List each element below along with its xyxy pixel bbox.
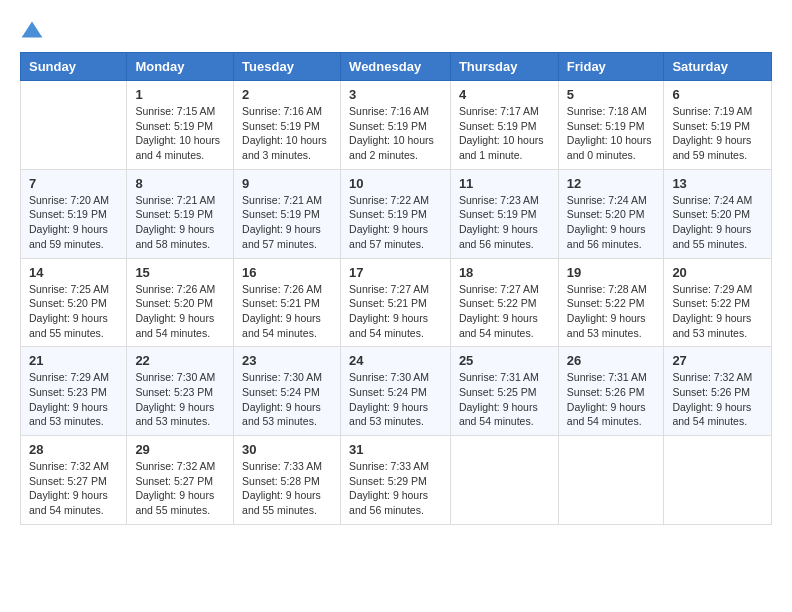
- day-number: 2: [242, 87, 332, 102]
- day-info: Sunrise: 7:26 AMSunset: 5:20 PMDaylight:…: [135, 282, 225, 341]
- day-number: 12: [567, 176, 656, 191]
- day-number: 1: [135, 87, 225, 102]
- day-info: Sunrise: 7:32 AMSunset: 5:26 PMDaylight:…: [672, 370, 763, 429]
- day-info: Sunrise: 7:25 AMSunset: 5:20 PMDaylight:…: [29, 282, 118, 341]
- calendar-cell: 22Sunrise: 7:30 AMSunset: 5:23 PMDayligh…: [127, 347, 234, 436]
- calendar-week-row: 7Sunrise: 7:20 AMSunset: 5:19 PMDaylight…: [21, 169, 772, 258]
- day-info: Sunrise: 7:26 AMSunset: 5:21 PMDaylight:…: [242, 282, 332, 341]
- calendar-cell: 11Sunrise: 7:23 AMSunset: 5:19 PMDayligh…: [450, 169, 558, 258]
- calendar-cell: 7Sunrise: 7:20 AMSunset: 5:19 PMDaylight…: [21, 169, 127, 258]
- weekday-header-row: SundayMondayTuesdayWednesdayThursdayFrid…: [21, 53, 772, 81]
- day-number: 28: [29, 442, 118, 457]
- day-info: Sunrise: 7:32 AMSunset: 5:27 PMDaylight:…: [29, 459, 118, 518]
- calendar-cell: 19Sunrise: 7:28 AMSunset: 5:22 PMDayligh…: [558, 258, 664, 347]
- day-info: Sunrise: 7:30 AMSunset: 5:24 PMDaylight:…: [242, 370, 332, 429]
- calendar-cell: 12Sunrise: 7:24 AMSunset: 5:20 PMDayligh…: [558, 169, 664, 258]
- day-info: Sunrise: 7:24 AMSunset: 5:20 PMDaylight:…: [672, 193, 763, 252]
- day-number: 13: [672, 176, 763, 191]
- day-info: Sunrise: 7:18 AMSunset: 5:19 PMDaylight:…: [567, 104, 656, 163]
- day-info: Sunrise: 7:19 AMSunset: 5:19 PMDaylight:…: [672, 104, 763, 163]
- calendar-week-row: 1Sunrise: 7:15 AMSunset: 5:19 PMDaylight…: [21, 81, 772, 170]
- calendar-cell: 26Sunrise: 7:31 AMSunset: 5:26 PMDayligh…: [558, 347, 664, 436]
- calendar-cell: 28Sunrise: 7:32 AMSunset: 5:27 PMDayligh…: [21, 436, 127, 525]
- day-number: 18: [459, 265, 550, 280]
- day-number: 6: [672, 87, 763, 102]
- calendar-cell: 9Sunrise: 7:21 AMSunset: 5:19 PMDaylight…: [234, 169, 341, 258]
- calendar-cell: [558, 436, 664, 525]
- day-number: 7: [29, 176, 118, 191]
- calendar-cell: 31Sunrise: 7:33 AMSunset: 5:29 PMDayligh…: [341, 436, 451, 525]
- weekday-header-wednesday: Wednesday: [341, 53, 451, 81]
- weekday-header-tuesday: Tuesday: [234, 53, 341, 81]
- calendar-cell: 10Sunrise: 7:22 AMSunset: 5:19 PMDayligh…: [341, 169, 451, 258]
- day-number: 16: [242, 265, 332, 280]
- weekday-header-thursday: Thursday: [450, 53, 558, 81]
- calendar-cell: 20Sunrise: 7:29 AMSunset: 5:22 PMDayligh…: [664, 258, 772, 347]
- day-info: Sunrise: 7:16 AMSunset: 5:19 PMDaylight:…: [349, 104, 442, 163]
- day-info: Sunrise: 7:24 AMSunset: 5:20 PMDaylight:…: [567, 193, 656, 252]
- weekday-header-sunday: Sunday: [21, 53, 127, 81]
- page-header: [20, 20, 772, 44]
- day-number: 29: [135, 442, 225, 457]
- calendar-cell: [450, 436, 558, 525]
- calendar-cell: 27Sunrise: 7:32 AMSunset: 5:26 PMDayligh…: [664, 347, 772, 436]
- day-number: 25: [459, 353, 550, 368]
- day-number: 14: [29, 265, 118, 280]
- day-number: 3: [349, 87, 442, 102]
- generalblue-logo-icon: [20, 20, 44, 44]
- day-number: 21: [29, 353, 118, 368]
- day-info: Sunrise: 7:30 AMSunset: 5:24 PMDaylight:…: [349, 370, 442, 429]
- calendar-cell: 15Sunrise: 7:26 AMSunset: 5:20 PMDayligh…: [127, 258, 234, 347]
- day-number: 17: [349, 265, 442, 280]
- calendar-cell: 1Sunrise: 7:15 AMSunset: 5:19 PMDaylight…: [127, 81, 234, 170]
- calendar-week-row: 14Sunrise: 7:25 AMSunset: 5:20 PMDayligh…: [21, 258, 772, 347]
- calendar-cell: 24Sunrise: 7:30 AMSunset: 5:24 PMDayligh…: [341, 347, 451, 436]
- day-info: Sunrise: 7:16 AMSunset: 5:19 PMDaylight:…: [242, 104, 332, 163]
- day-info: Sunrise: 7:33 AMSunset: 5:29 PMDaylight:…: [349, 459, 442, 518]
- calendar-week-row: 21Sunrise: 7:29 AMSunset: 5:23 PMDayligh…: [21, 347, 772, 436]
- day-info: Sunrise: 7:21 AMSunset: 5:19 PMDaylight:…: [242, 193, 332, 252]
- day-number: 19: [567, 265, 656, 280]
- day-info: Sunrise: 7:32 AMSunset: 5:27 PMDaylight:…: [135, 459, 225, 518]
- day-number: 4: [459, 87, 550, 102]
- day-info: Sunrise: 7:28 AMSunset: 5:22 PMDaylight:…: [567, 282, 656, 341]
- day-number: 9: [242, 176, 332, 191]
- day-info: Sunrise: 7:17 AMSunset: 5:19 PMDaylight:…: [459, 104, 550, 163]
- calendar-cell: 2Sunrise: 7:16 AMSunset: 5:19 PMDaylight…: [234, 81, 341, 170]
- logo: [20, 20, 48, 44]
- day-info: Sunrise: 7:21 AMSunset: 5:19 PMDaylight:…: [135, 193, 225, 252]
- calendar-cell: 16Sunrise: 7:26 AMSunset: 5:21 PMDayligh…: [234, 258, 341, 347]
- day-info: Sunrise: 7:31 AMSunset: 5:25 PMDaylight:…: [459, 370, 550, 429]
- day-info: Sunrise: 7:33 AMSunset: 5:28 PMDaylight:…: [242, 459, 332, 518]
- day-number: 10: [349, 176, 442, 191]
- day-info: Sunrise: 7:31 AMSunset: 5:26 PMDaylight:…: [567, 370, 656, 429]
- weekday-header-friday: Friday: [558, 53, 664, 81]
- calendar-table: SundayMondayTuesdayWednesdayThursdayFrid…: [20, 52, 772, 525]
- calendar-cell: 14Sunrise: 7:25 AMSunset: 5:20 PMDayligh…: [21, 258, 127, 347]
- calendar-cell: 23Sunrise: 7:30 AMSunset: 5:24 PMDayligh…: [234, 347, 341, 436]
- day-number: 15: [135, 265, 225, 280]
- day-number: 20: [672, 265, 763, 280]
- day-number: 8: [135, 176, 225, 191]
- calendar-cell: 21Sunrise: 7:29 AMSunset: 5:23 PMDayligh…: [21, 347, 127, 436]
- weekday-header-saturday: Saturday: [664, 53, 772, 81]
- day-number: 5: [567, 87, 656, 102]
- calendar-cell: [21, 81, 127, 170]
- calendar-body: 1Sunrise: 7:15 AMSunset: 5:19 PMDaylight…: [21, 81, 772, 525]
- day-number: 30: [242, 442, 332, 457]
- day-info: Sunrise: 7:22 AMSunset: 5:19 PMDaylight:…: [349, 193, 442, 252]
- calendar-cell: 4Sunrise: 7:17 AMSunset: 5:19 PMDaylight…: [450, 81, 558, 170]
- day-number: 26: [567, 353, 656, 368]
- calendar-week-row: 28Sunrise: 7:32 AMSunset: 5:27 PMDayligh…: [21, 436, 772, 525]
- day-info: Sunrise: 7:27 AMSunset: 5:22 PMDaylight:…: [459, 282, 550, 341]
- day-number: 22: [135, 353, 225, 368]
- day-info: Sunrise: 7:27 AMSunset: 5:21 PMDaylight:…: [349, 282, 442, 341]
- calendar-cell: 29Sunrise: 7:32 AMSunset: 5:27 PMDayligh…: [127, 436, 234, 525]
- svg-marker-0: [22, 22, 43, 38]
- day-number: 23: [242, 353, 332, 368]
- calendar-cell: 13Sunrise: 7:24 AMSunset: 5:20 PMDayligh…: [664, 169, 772, 258]
- calendar-cell: 6Sunrise: 7:19 AMSunset: 5:19 PMDaylight…: [664, 81, 772, 170]
- day-number: 11: [459, 176, 550, 191]
- calendar-cell: 3Sunrise: 7:16 AMSunset: 5:19 PMDaylight…: [341, 81, 451, 170]
- day-info: Sunrise: 7:23 AMSunset: 5:19 PMDaylight:…: [459, 193, 550, 252]
